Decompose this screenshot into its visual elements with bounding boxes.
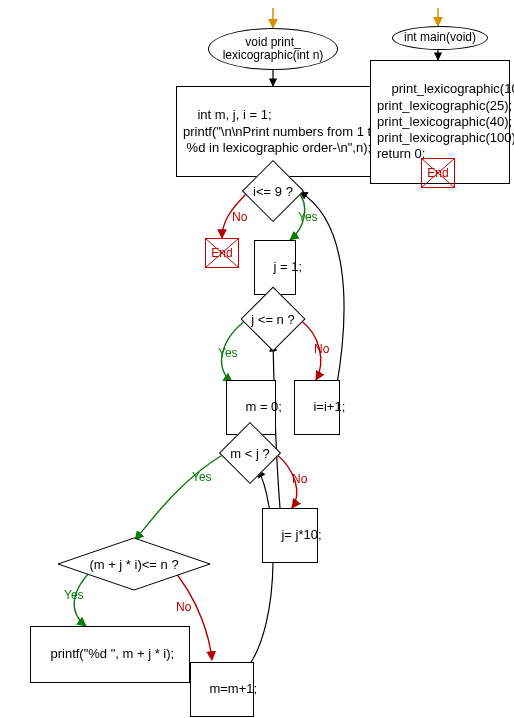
end-left-label: End: [211, 246, 232, 260]
lbl-sum-yes: Yes: [64, 588, 84, 602]
lbl-m-yes: Yes: [192, 470, 212, 484]
decision-j-le-n: j <= n ?: [240, 294, 306, 344]
func-main-label: int main(void): [404, 31, 476, 44]
assign-j-1: j = 1;: [254, 240, 296, 295]
lbl-i-no: No: [232, 210, 247, 224]
decision-sum-le-n: (m + j * i)<= n ?: [56, 536, 212, 592]
assign-i-inc: i=i+1;: [294, 380, 340, 435]
end-right: End: [421, 158, 455, 188]
lbl-sum-no: No: [176, 600, 191, 614]
printf-stmt: printf("%d ", m + j * i);: [30, 626, 190, 683]
decision-i-le-9-text: i<= 9 ?: [253, 184, 293, 199]
printf-stmt-text: printf("%d ", m + j * i);: [50, 646, 174, 661]
decision-sum-le-n-text: (m + j * i)<= n ?: [89, 557, 178, 572]
flowchart-canvas: void print_ lexicographic(int n) int m, …: [0, 0, 514, 718]
assign-m-inc: m=m+1;: [190, 662, 254, 717]
lbl-m-no: No: [292, 472, 307, 486]
decision-j-le-n-text: j <= n ?: [251, 312, 294, 327]
init-block-text: int m, j, i = 1; printf("\n\nPrint numbe…: [183, 107, 378, 155]
func-print-lexicographic-label: void print_ lexicographic(int n): [223, 36, 324, 62]
decision-i-le-9: i<= 9 ?: [243, 166, 303, 216]
decision-m-lt-j: m < j ?: [218, 428, 282, 478]
func-print-lexicographic-terminal: void print_ lexicographic(int n): [208, 28, 338, 70]
main-body-text: print_lexicographic(10); print_lexicogra…: [377, 81, 514, 161]
assign-j-times-10: j= j*10;: [262, 508, 318, 563]
assign-m-inc-text: m=m+1;: [209, 681, 257, 696]
lbl-i-yes: Yes: [298, 210, 318, 224]
assign-i-inc-text: i=i+1;: [313, 399, 345, 414]
assign-m-0-text: m = 0;: [245, 399, 282, 414]
lbl-j-yes: Yes: [218, 346, 238, 360]
end-left: End: [205, 238, 239, 268]
func-main-terminal: int main(void): [392, 26, 488, 50]
end-right-label: End: [427, 166, 448, 180]
assign-j-1-text: j = 1;: [273, 259, 302, 274]
lbl-j-no: No: [314, 342, 329, 356]
decision-m-lt-j-text: m < j ?: [230, 446, 269, 461]
assign-j-times-10-text: j= j*10;: [281, 527, 321, 542]
